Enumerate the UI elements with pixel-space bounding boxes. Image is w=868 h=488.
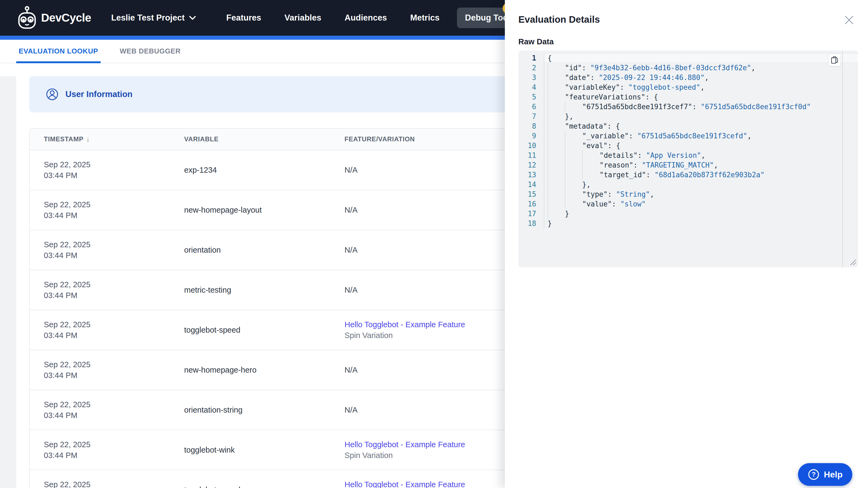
code-text: "metadata": { [544, 121, 858, 131]
code-line: 15"type": "String", [518, 189, 858, 199]
line-number: 11 [518, 151, 544, 160]
code-text: }, [544, 180, 858, 189]
token-p: : [582, 63, 590, 73]
timestamp-cell: Sep 22, 202503:44 PM [30, 319, 170, 341]
copy-button[interactable] [828, 54, 841, 66]
help-question-icon: ? [808, 468, 819, 481]
token-p: : [692, 102, 701, 111]
timestamp-date: Sep 22, 2025 [44, 319, 170, 330]
close-panel-button[interactable] [843, 14, 855, 26]
code-line: 9"_variable": "6751d5a65bdc8ee191f3cefd"… [518, 131, 858, 141]
left-gutter [0, 76, 16, 488]
feature-link[interactable]: Hello Togglebot - Example Feature [344, 319, 465, 330]
indent-guide [548, 199, 565, 209]
indent-guide [548, 180, 565, 189]
token-k: "date" [565, 73, 590, 83]
feature-link[interactable]: Hello Togglebot - Example Feature [344, 439, 465, 450]
indent-guide [565, 102, 582, 111]
code-line: 18} [518, 219, 858, 228]
token-p: }, [565, 111, 573, 121]
na-value: N/A [344, 286, 358, 294]
devcycle-logo[interactable]: DevCycle [17, 6, 91, 30]
timestamp-date: Sep 22, 2025 [44, 199, 170, 210]
token-p: : [638, 151, 646, 160]
raw-data-code-viewer: 1{2"id": "9f3e4b32-6ebb-4d16-8bef-03dccf… [518, 51, 858, 267]
code-line: 6"6751d5a65bdc8ee191f3cef7": "6751d5a65b… [518, 102, 858, 111]
token-p: , [701, 151, 706, 160]
timestamp-cell: Sep 22, 202503:44 PM [30, 199, 170, 221]
timestamp-date: Sep 22, 2025 [44, 279, 170, 290]
token-p: , [751, 63, 755, 73]
line-number: 16 [518, 199, 544, 209]
resize-handle[interactable] [849, 259, 856, 266]
token-k: "variableKey" [565, 83, 620, 92]
code-line: 5"featureVariations": { [518, 92, 858, 102]
brand-name: DevCycle [41, 11, 91, 24]
variable-cell: orientation [170, 246, 331, 255]
timestamp-time: 03:44 PM [44, 410, 170, 421]
project-switcher[interactable]: Leslie Test Project [111, 13, 196, 23]
timestamp-cell: Sep 22, 202503:44 PM [30, 159, 170, 181]
code-line: 3"date": "2025-09-22 19:44:46.880", [518, 73, 858, 83]
token-s: "9f3e4b32-6ebb-4d16-8bef-03dccf3df62e" [590, 63, 751, 73]
close-icon [843, 14, 855, 26]
token-p: : [590, 73, 599, 83]
code-text: } [544, 219, 858, 228]
line-number: 17 [518, 209, 544, 219]
nav-item-variables[interactable]: Variables [284, 13, 321, 23]
devcycle-robot-icon [17, 6, 37, 30]
indent-guide [548, 189, 565, 199]
indent-guide [548, 141, 565, 151]
token-p: , [747, 131, 752, 141]
token-s: "String" [616, 189, 650, 199]
token-p: : { [608, 141, 620, 151]
line-number: 9 [518, 131, 544, 141]
token-k: "type" [582, 189, 608, 199]
feature-link[interactable]: Hello Togglebot - Example Feature [344, 479, 465, 488]
variable-key: new-homepage-hero [184, 366, 257, 374]
indent-guide [565, 199, 582, 209]
code-text: "eval": { [544, 141, 858, 151]
line-number: 7 [518, 111, 544, 121]
column-header-variable[interactable]: VARIABLE [170, 135, 331, 143]
tab-web-debugger[interactable]: WEB DEBUGGER [117, 40, 183, 63]
line-number: 6 [518, 102, 544, 111]
line-number: 4 [518, 83, 544, 92]
code-lines: 1{2"id": "9f3e4b32-6ebb-4d16-8bef-03dccf… [518, 53, 858, 228]
nav-item-features[interactable]: Features [226, 13, 261, 23]
code-text: "details": "App Version", [544, 151, 858, 160]
indent-guide [582, 170, 599, 180]
code-text: "variableKey": "togglebot-speed", [544, 83, 858, 92]
code-line: 7}, [518, 111, 858, 121]
indent-guide [565, 189, 582, 199]
help-label: Help [824, 469, 843, 480]
code-text: "value": "slow" [544, 199, 858, 209]
line-number: 5 [518, 92, 544, 102]
token-k: "metadata" [565, 121, 607, 131]
column-header-timestamp[interactable]: TIMESTAMP↓ [30, 135, 170, 143]
indent-guide [548, 63, 565, 73]
nav-item-audiences[interactable]: Audiences [344, 13, 387, 23]
token-p: : [608, 189, 616, 199]
raw-data-label: Raw Data [518, 37, 868, 46]
code-text: "6751d5a65bdc8ee191f3cef7": "6751d5a65bd… [544, 102, 858, 111]
variable-cell: togglebot-wink [170, 446, 331, 455]
timestamp-cell: Sep 22, 202503:44 PM [30, 359, 170, 381]
help-button[interactable]: ? Help [798, 463, 852, 486]
timestamp-time: 03:44 PM [44, 250, 170, 261]
indent-guide [548, 83, 565, 92]
code-text: "reason": "TARGETING_MATCH", [544, 160, 858, 170]
indent-guide [565, 131, 582, 141]
timestamp-time: 03:44 PM [44, 330, 170, 341]
nav-item-metrics[interactable]: Metrics [410, 13, 440, 23]
line-number: 18 [518, 219, 544, 228]
variable-cell: new-homepage-hero [170, 366, 331, 375]
timestamp-time: 03:44 PM [44, 170, 170, 181]
indent-guide [548, 151, 565, 160]
line-number: 8 [518, 121, 544, 131]
main-nav: FeaturesVariablesAudiencesMetrics [226, 13, 440, 23]
token-p: : [646, 170, 654, 180]
timestamp-cell: Sep 22, 202503:44 PM [30, 439, 170, 461]
variable-cell: togglebot-speed [170, 486, 331, 488]
tab-evaluation-lookup[interactable]: EVALUATION LOOKUP [16, 40, 101, 63]
